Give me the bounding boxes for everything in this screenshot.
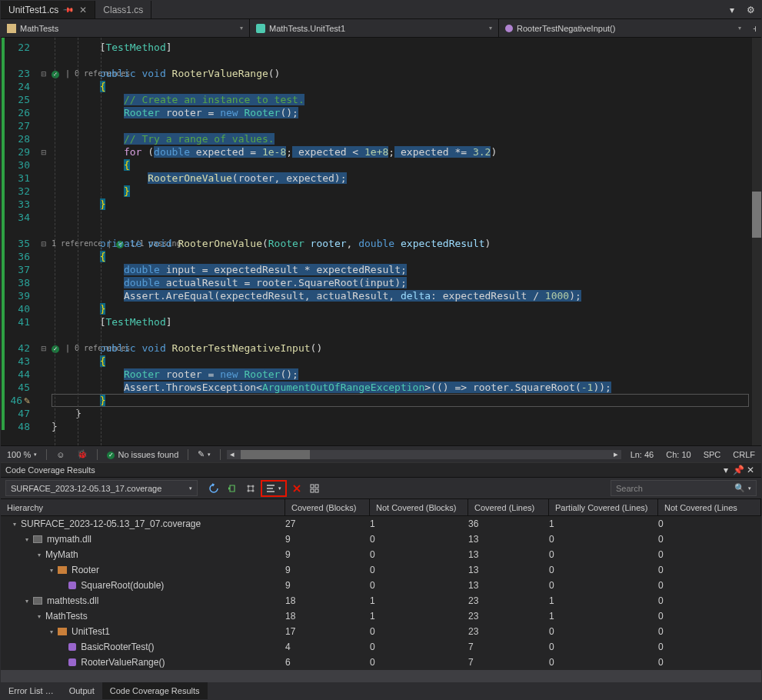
window-position-icon[interactable]: ▾	[720, 465, 732, 475]
expand-icon[interactable]: ▾	[25, 536, 28, 543]
nav-method[interactable]: RooterTestNegativeInput()▾	[499, 19, 747, 37]
coverage-file-dropdown[interactable]: SURFACE_2023-12-05.13_17.coverage▾	[5, 480, 198, 496]
expand-icon[interactable]	[62, 582, 64, 589]
preview-icon[interactable]: ▾	[724, 1, 740, 18]
coverage-rows: ▾SURFACE_2023-12-05.13_17_07.coverage271…	[1, 516, 761, 670]
svg-rect-7	[315, 489, 318, 492]
nav-scope[interactable]: MathTests▾	[1, 19, 250, 37]
pin-icon[interactable]: 📌	[63, 4, 75, 15]
editor-status-bar: 100 % ▾ ☺ 🐞 No issues found ✎ ▾ ◂▸ Ln: 4…	[1, 445, 761, 462]
table-row[interactable]: ▾mathtests.dll1812310	[1, 593, 761, 608]
expand-icon[interactable]: ▾	[50, 567, 53, 574]
m-icon	[68, 643, 76, 651]
tab-label: Class1.cs	[103, 5, 143, 15]
export-icon[interactable]	[242, 480, 259, 497]
expand-icon[interactable]: ▾	[25, 598, 28, 605]
tab-code-coverage[interactable]: Code Coverage Results	[102, 682, 208, 699]
horizontal-scrollbar[interactable]: ◂▸	[227, 450, 621, 459]
outlining-margin[interactable]: ⊟⊟⊟⊟	[36, 38, 52, 445]
indent-indicator[interactable]: SPC	[700, 450, 724, 459]
tab-output[interactable]: Output	[62, 682, 102, 699]
expand-icon[interactable]: ▾	[38, 613, 41, 620]
dll-icon	[33, 597, 42, 605]
cls-icon	[58, 566, 67, 574]
bug-icon[interactable]: 🐞	[74, 449, 91, 459]
coverage-columns: Hierarchy Covered (Blocks) Not Covered (…	[1, 499, 761, 516]
coverage-panel-header: Code Coverage Results ▾ 📌 ✕	[1, 462, 761, 478]
nav-type[interactable]: MathTests.UnitTest1▾	[250, 19, 499, 37]
table-row[interactable]: ▾SURFACE_2023-12-05.13_17_07.coverage271…	[1, 516, 761, 532]
refresh-icon[interactable]	[205, 480, 222, 497]
merge-icon[interactable]	[307, 480, 324, 497]
overview-scrollbar[interactable]	[752, 38, 761, 445]
line-numbers: 2202324252627282930313233340353637383940…	[5, 38, 36, 445]
issues-status[interactable]: No issues found	[104, 449, 181, 459]
panel-title: Code Coverage Results	[5, 465, 720, 475]
coverage-toolbar: SURFACE_2023-12-05.13_17.coverage▾ ▾ Sea…	[1, 478, 761, 499]
close-icon[interactable]: ✕	[744, 465, 757, 475]
table-row[interactable]: ▾Rooter901300	[1, 562, 761, 578]
expand-icon[interactable]: ▾	[13, 521, 16, 528]
project-icon	[7, 24, 16, 33]
expand-icon[interactable]: ▾	[50, 628, 53, 635]
tab-error-list[interactable]: Error List …	[1, 682, 62, 699]
svg-rect-4	[311, 485, 314, 488]
cls-icon	[58, 628, 67, 635]
remove-icon[interactable]	[288, 480, 305, 497]
svg-rect-6	[311, 489, 314, 492]
col-notcovered-blocks[interactable]: Not Covered (Blocks)	[370, 499, 468, 515]
panel-scrollbar[interactable]	[1, 670, 761, 682]
screwdriver-icon[interactable]: ✎ ▾	[195, 449, 214, 459]
expand-icon[interactable]	[62, 659, 64, 666]
col-covered-blocks[interactable]: Covered (Blocks)	[285, 499, 370, 515]
feedback-icon[interactable]: ☺	[53, 450, 68, 459]
split-icon[interactable]: ⫞	[747, 19, 761, 37]
table-row[interactable]: ▾MyMath901300	[1, 547, 761, 562]
code-text[interactable]: [TestMethod]| 0 references public void R…	[52, 38, 752, 445]
code-editor[interactable]: 2202324252627282930313233340353637383940…	[1, 38, 761, 445]
search-icon: 🔍	[734, 483, 745, 493]
tab-unittest1[interactable]: UnitTest1.cs 📌 ✕	[1, 1, 95, 18]
tool-window-tabs: Error List … Output Code Coverage Result…	[1, 682, 761, 699]
col-hierarchy[interactable]: Hierarchy	[1, 499, 285, 515]
col-partial-lines[interactable]: Partially Covered (Lines)	[549, 499, 658, 515]
m-icon	[68, 582, 76, 589]
table-row[interactable]: ▾MathTests1812310	[1, 608, 761, 624]
tab-class1[interactable]: Class1.cs	[95, 1, 151, 18]
class-icon	[256, 24, 265, 33]
expand-icon[interactable]: ▾	[38, 552, 41, 558]
gear-icon[interactable]: ⚙	[740, 1, 761, 18]
search-input[interactable]: Search 🔍▾	[611, 480, 757, 496]
lineending-indicator[interactable]: CRLF	[730, 450, 758, 459]
navigation-bar: MathTests▾ MathTests.UnitTest1▾ RooterTe…	[1, 19, 761, 38]
pin-icon[interactable]: 📌	[732, 465, 744, 475]
col-covered-lines[interactable]: Covered (Lines)	[468, 499, 549, 515]
table-row[interactable]: ▾UnitTest11702300	[1, 624, 761, 639]
zoom-dropdown[interactable]: 100 % ▾	[4, 450, 40, 459]
table-row[interactable]: ▾mymath.dll901300	[1, 532, 761, 547]
method-icon	[505, 25, 513, 32]
col-indicator[interactable]: Ch: 10	[663, 450, 694, 459]
expand-icon[interactable]	[62, 644, 64, 651]
table-row[interactable]: RooterValueRange()60700	[1, 655, 761, 670]
col-notcovered-lines[interactable]: Not Covered (Lines	[658, 499, 761, 515]
dll-icon	[33, 535, 42, 543]
tab-label: UnitTest1.cs	[8, 5, 58, 15]
line-indicator[interactable]: Ln: 46	[627, 450, 657, 459]
document-tabs: UnitTest1.cs 📌 ✕ Class1.cs ▾ ⚙	[1, 1, 761, 19]
close-icon[interactable]: ✕	[79, 5, 87, 15]
svg-rect-5	[315, 485, 318, 488]
table-row[interactable]: SquareRoot(double)901300	[1, 578, 761, 593]
m-icon	[68, 658, 76, 666]
import-icon[interactable]	[224, 480, 241, 497]
show-coloring-button[interactable]: ▾	[261, 480, 287, 497]
table-row[interactable]: BasicRooterTest()40700	[1, 639, 761, 655]
